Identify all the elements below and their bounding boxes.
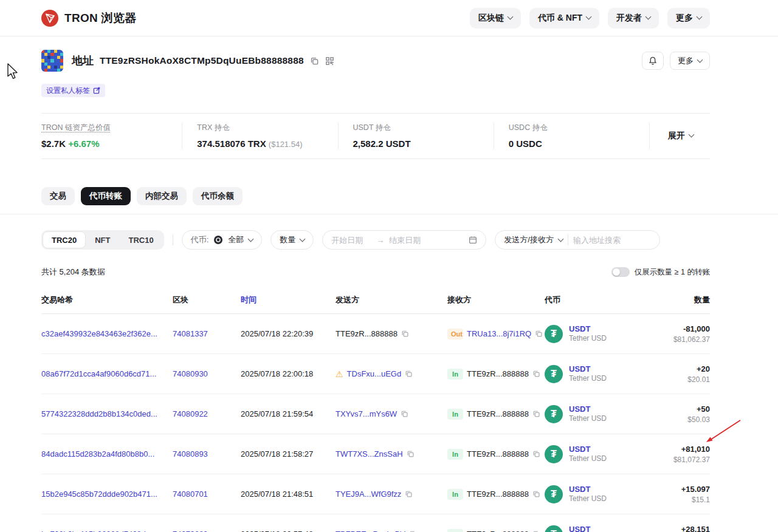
set-private-tag-link[interactable]: 设置私人标签 (41, 84, 105, 97)
block-link[interactable]: 74080930 (173, 369, 208, 378)
chevron-down-icon (689, 132, 695, 138)
tx-hash-link[interactable]: c32aef439932e843463e2f362e... (41, 329, 157, 338)
tab-transactions[interactable]: 交易 (41, 187, 75, 205)
header-from: 发送方 (336, 295, 447, 305)
token-transfers-table: 交易哈希 区块 时间 发送方 接收方 代币 数量 c32aef439932e84… (41, 287, 710, 532)
block-link[interactable]: 74079680 (173, 530, 208, 532)
nav-menu-blockchain[interactable]: 区块链 (470, 8, 521, 29)
block-link[interactable]: 74080701 (173, 489, 208, 499)
direction-badge-in: In (447, 489, 463, 500)
tab-token-balances[interactable]: 代币余额 (193, 187, 243, 205)
copy-icon[interactable] (532, 370, 540, 378)
segment-nft[interactable]: NFT (86, 231, 119, 248)
to-address-link[interactable]: TRUa13...8j7i1RQ (467, 329, 531, 338)
transfer-usd-value: $20.01 (636, 375, 710, 384)
end-date-input[interactable] (389, 236, 429, 245)
from-address-link[interactable]: TDsFxu...uEGd (347, 369, 402, 378)
from-address: TTE9zR...888888 (336, 329, 398, 338)
copy-icon[interactable] (532, 490, 540, 498)
warning-icon: ⚠ (336, 370, 343, 378)
more-label: 更多 (678, 55, 694, 66)
stat-total-asset-value: TRON 链资产总价值 $2.7K +6.67% (41, 123, 182, 149)
min-amount-toggle[interactable] (611, 267, 630, 277)
block-link[interactable]: 74080893 (173, 449, 208, 459)
copy-icon[interactable] (401, 410, 408, 418)
trx-usd-value: ($121.54) (269, 140, 303, 149)
copy-icon[interactable] (535, 330, 543, 338)
nav-menu-label: 代币 & NFT (538, 13, 582, 24)
from-address-link[interactable]: TYEJ9A...WfG9fzz (336, 489, 401, 499)
bell-icon (648, 56, 658, 66)
tx-hash-link[interactable]: 5774322328ddd2b8b134c0ded... (41, 409, 157, 418)
tx-time: 2025/07/18 21:48:51 (241, 489, 336, 499)
tab-token-transfers[interactable]: 代币转账 (81, 187, 131, 205)
from-address-link[interactable]: TXYvs7...mYs6W (336, 409, 397, 418)
total-asset-change: +6.67% (68, 138, 99, 149)
notification-bell-button[interactable] (642, 52, 664, 70)
amount-filter-label: 数量 (280, 234, 295, 245)
holdings-stats-bar: TRON 链资产总价值 $2.7K +6.67% TRX 持仓 374.5180… (41, 113, 710, 159)
tab-internal-transactions[interactable]: 内部交易 (137, 187, 187, 205)
expand-holdings-button[interactable]: 展开 (649, 123, 710, 149)
copy-address-icon[interactable] (310, 56, 319, 66)
stat-label: USDC 持仓 (509, 123, 649, 133)
total-count-text: 共计 5,204 条数据 (41, 267, 105, 278)
tx-hash-link[interactable]: 15b2e945c85b72ddde902b471... (41, 489, 157, 499)
nav-menu-more[interactable]: 更多 (667, 8, 710, 29)
transfer-amount: +50 (636, 404, 710, 414)
copy-icon[interactable] (401, 330, 409, 338)
qr-code-icon[interactable] (325, 56, 334, 66)
header-time-sort[interactable]: 时间 (241, 295, 336, 305)
address-search-filter: 发送方/接收方 (495, 230, 660, 250)
chevron-down-icon (300, 236, 306, 242)
copy-icon[interactable] (407, 450, 415, 458)
direction-badge-in: In (447, 449, 463, 460)
block-link[interactable]: 74080922 (173, 409, 208, 418)
tx-hash-link[interactable]: 08a67f72d1cca4af9060d6cd71... (41, 369, 156, 378)
copy-icon[interactable] (405, 490, 413, 498)
tx-hash-link[interactable]: be706b3bc115b36668d7438dc... (41, 530, 156, 532)
trx-value: 374.518076 TRX (197, 138, 266, 149)
tx-time: 2025/07/18 21:58:27 (241, 449, 336, 459)
copy-icon[interactable] (532, 450, 540, 458)
nav-menu-label: 开发者 (616, 13, 642, 24)
to-address: TTE9zR...888888 (467, 409, 529, 418)
address-more-button[interactable]: 更多 (670, 52, 710, 70)
token-filter-dropdown[interactable]: 代币: 全部 (182, 230, 263, 250)
token-symbol-link[interactable]: USDT (569, 485, 607, 494)
address-search-input[interactable] (573, 236, 645, 245)
nav-menu-tokens-nft[interactable]: 代币 & NFT (529, 8, 599, 29)
table-row: 84dadc115d283b2a4fd80b8b0... 74080893 20… (41, 434, 710, 474)
segment-trc10[interactable]: TRC10 (119, 231, 162, 248)
calendar-icon[interactable] (469, 236, 477, 244)
from-address-link[interactable]: TWT7XS...ZnsSaH (336, 449, 403, 459)
from-address-link[interactable]: TBFPEE...PpakcBV (336, 530, 405, 532)
expand-label: 展开 (668, 131, 685, 142)
token-symbol-link[interactable]: USDT (569, 525, 607, 532)
chevron-down-icon (586, 14, 592, 20)
brand-title: TRON 浏览器 (64, 10, 137, 26)
copy-icon[interactable] (532, 410, 540, 418)
stat-label: USDT 持仓 (353, 123, 494, 133)
amount-filter-dropdown[interactable]: 数量 (270, 230, 314, 250)
transfer-amount: +20 (636, 364, 710, 373)
token-symbol-link[interactable]: USDT (569, 445, 607, 454)
stat-usdt-holdings: USDT 持仓 2,582.2 USDT (338, 123, 494, 149)
nav-menu-developers[interactable]: 开发者 (608, 8, 659, 29)
usdt-value: 2,582.2 USDT (353, 138, 411, 149)
block-link[interactable]: 74081337 (173, 329, 208, 338)
tx-hash-link[interactable]: 84dadc115d283b2a4fd80b8b0... (41, 449, 154, 459)
token-symbol-link[interactable]: USDT (569, 404, 607, 414)
token-symbol-link[interactable]: USDT (569, 324, 607, 334)
stat-label: TRON 链资产总价值 (41, 123, 182, 133)
start-date-input[interactable] (331, 236, 371, 245)
token-symbol-link[interactable]: USDT (569, 364, 607, 374)
copy-icon[interactable] (405, 370, 413, 378)
segment-trc20[interactable]: TRC20 (43, 231, 86, 248)
direction-filter-dropdown[interactable]: 发送方/接收方 (504, 234, 554, 245)
brand[interactable]: TRON 浏览器 (41, 10, 137, 27)
direction-badge-in: In (447, 409, 463, 420)
token-name: Tether USD (569, 334, 607, 343)
to-address: TTE9zR...888888 (467, 369, 529, 378)
header-token: 代币 (545, 295, 636, 305)
